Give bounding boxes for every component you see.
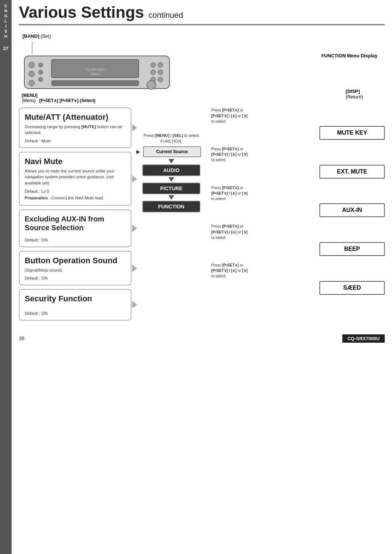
button-op-default: Default : ON [25,276,126,280]
svg-point-11 [158,62,163,68]
function-box: FUNCTION [142,201,200,212]
page-title: Various Settings continued [19,4,183,21]
svg-point-8 [38,70,43,74]
down-arrow-3 [168,195,174,200]
svg-point-7 [38,63,43,67]
left-sections: Mute/ATT (Attenuator) Decreasing range b… [19,107,131,324]
right-beep: Press [P•SET∧] or [P•SET∨] / [∧] or [∨] … [211,224,385,256]
arrow-left-indicator: ► [135,148,142,156]
arrow-right-button [132,265,137,272]
right-ext-mute: Press [P•SET∧] or [P•SET∨] / [∧] or [∨] … [211,146,385,179]
arrow-right-mute [132,124,137,131]
svg-text:45Wx4: 45Wx4 [91,73,99,75]
svg-point-10 [151,62,156,68]
footer: 36 CQ-SRX7000U [19,331,385,343]
arrow-right-aux [132,225,137,232]
svg-text:CQ-SRX7000U: CQ-SRX7000U [85,68,105,71]
svg-point-5 [29,71,34,77]
band-label: [BAND] (Set) [23,33,51,39]
mute-key-result: MUTE KEY [319,126,385,140]
navi-mute-body: Allows you to mute the current source wh… [25,168,126,186]
down-arrow-2 [168,177,174,182]
right-mute-key: Press [P•SET∧] or [P•SET∨] / [∧] or [∨] … [211,107,385,140]
navi-mute-prep: Preparation : Connect the Navi Mute lead… [25,195,126,201]
press-text-beep: Press [P•SET∧] or [P•SET∨] / [∧] or [∨] … [211,224,385,240]
excluding-aux-title: Excluding AUX-IN from Source Selection [25,215,126,232]
right-column: Press [P•SET∧] or [P•SET∨] / [∧] or [∨] … [211,107,385,300]
aux-in-result: AUX-IN [319,203,385,217]
menu-label: [MENU] (Menu) [P•SET∧] [P•SET∨] (Select) [22,93,95,103]
svg-point-4 [29,62,34,68]
press-menu-text: Press [MENU] / [SEL] to select FUNCTION. [135,133,208,144]
right-aux-in: Press [P•SET∧] or [P•SET∨] / [∧] or [∨] … [211,185,385,217]
picture-box: PICTURE [142,183,200,194]
saeed-result: SÆED [319,281,385,295]
footer-page-number: 36 [19,335,25,341]
button-op-section: Button Operation Sound (Signal/beep soun… [19,251,131,285]
press-text-saeed: Press [P•SET∧] or [P•SET∨] / [∧] or [∨] … [211,262,385,279]
security-title: Security Function [25,294,126,304]
content-columns: Mute/ATT (Attenuator) Decreasing range b… [19,107,385,324]
mute-att-section: Mute/ATT (Attenuator) Decreasing range b… [19,107,131,148]
right-saeed: Press [P•SET∧] or [P•SET∨] / [∧] or [∨] … [211,262,385,295]
beep-result: BEEP [319,242,385,256]
navi-mute-title: Navi Mute [25,157,126,166]
arrow-right-security [132,301,137,308]
device-image: CQ-SRX7000U 45Wx4 [23,52,175,97]
svg-point-15 [158,77,163,82]
navi-mute-default-lv: Default : Lv 0 [25,189,126,194]
middle-column: Press [MENU] / [SEL] to select FUNCTION.… [135,107,208,212]
excluding-aux-default: Default : ON [25,238,126,242]
navi-mute-section: Navi Mute Allows you to mute the current… [19,152,131,206]
current-source-box: Current Source [143,146,201,157]
press-text-mute-key: Press [P•SET∧] or [P•SET∨] / [∧] or [∨] … [211,107,385,124]
press-text-ext-mute: Press [P•SET∧] or [P•SET∨] / [∧] or [∨] … [211,146,385,163]
button-op-sub: (Signal/beep sound) [25,267,126,273]
chapter-number: 27 [3,46,8,51]
svg-rect-17 [52,81,139,86]
footer-model: CQ-SRX7000U [342,334,385,343]
svg-point-16 [147,81,156,89]
mute-att-title: Mute/ATT (Attenuator) [25,113,126,122]
title-separator [19,24,385,25]
security-default: Default : ON [25,311,126,315]
svg-point-13 [158,70,163,75]
mute-att-default: Default : Mute [25,139,126,143]
svg-point-9 [38,77,43,82]
audio-box: AUDIO [142,164,200,176]
function-menu-label: FUNCTION Menu Display [321,53,377,58]
disp-label: [DISP] (Return) [346,89,363,99]
excluding-aux-section: Excluding AUX-IN from Source Selection D… [19,209,131,247]
arrow-right-navi [132,175,137,183]
svg-point-12 [151,70,156,75]
ext-mute-result: EXT. MUTE [319,165,385,179]
mute-att-body: Decreasing range by pressing [MUTE] butt… [25,124,126,136]
language-label: ENGLISH [4,4,8,39]
left-sidebar: ENGLISH 27 [0,0,12,554]
main-content: Various Settings continued [BAND] (Set) … [12,0,392,350]
svg-point-6 [29,80,34,86]
security-section: Security Function Default : ON [19,289,131,320]
press-text-aux-in: Press [P•SET∧] or [P•SET∨] / [∧] or [∨] … [211,185,385,202]
device-diagram-area: [BAND] (Set) CQ-SRX7000U 45Wx4 [19,30,385,103]
down-arrow-1 [168,159,174,163]
button-op-title: Button Operation Sound [25,256,126,265]
